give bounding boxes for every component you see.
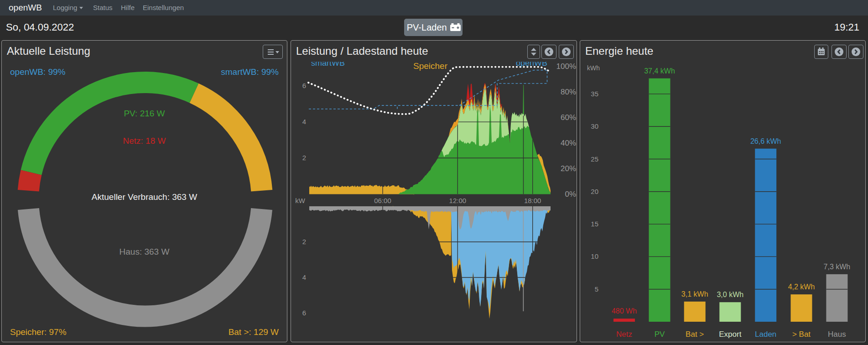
svg-text:6: 6 bbox=[302, 82, 306, 89]
svg-text:80%: 80% bbox=[561, 88, 576, 96]
svg-text:18:00: 18:00 bbox=[524, 197, 541, 204]
svg-text:Laden: Laden bbox=[755, 330, 776, 339]
svg-text:30: 30 bbox=[591, 122, 598, 130]
svg-text:25: 25 bbox=[591, 155, 598, 163]
svg-text:Bat >: Bat > bbox=[686, 330, 704, 339]
svg-text:> Bat: > Bat bbox=[792, 330, 811, 339]
svg-text:openWB: openWB bbox=[516, 58, 547, 68]
svg-text:Speicher: Speicher bbox=[413, 61, 448, 71]
svg-text:12:00: 12:00 bbox=[449, 197, 467, 204]
svg-text:37,4 kWh: 37,4 kWh bbox=[644, 67, 675, 75]
svg-text:20: 20 bbox=[591, 188, 598, 195]
svg-text:kWh: kWh bbox=[587, 64, 600, 72]
svg-text:kW: kW bbox=[295, 197, 306, 204]
svg-text:PV: PV bbox=[655, 330, 665, 339]
svg-text:15: 15 bbox=[591, 220, 598, 228]
svg-text:06:00: 06:00 bbox=[374, 197, 391, 204]
svg-text:2: 2 bbox=[302, 238, 306, 246]
svg-text:40%: 40% bbox=[561, 139, 576, 147]
svg-text:Netz: Netz bbox=[616, 330, 632, 339]
svg-text:26,6 kWh: 26,6 kWh bbox=[750, 137, 781, 145]
svg-text:Export: Export bbox=[719, 330, 741, 339]
svg-text:4,2 kWh: 4,2 kWh bbox=[788, 283, 815, 291]
svg-text:4: 4 bbox=[302, 118, 306, 125]
svg-text:20%: 20% bbox=[561, 164, 576, 173]
svg-text:3,1 kWh: 3,1 kWh bbox=[681, 290, 708, 298]
svg-text:0%: 0% bbox=[565, 190, 576, 199]
svg-text:Haus: Haus bbox=[828, 330, 846, 339]
svg-text:10: 10 bbox=[591, 252, 598, 260]
svg-text:smartWB: smartWB bbox=[311, 58, 345, 68]
svg-text:480 Wh: 480 Wh bbox=[612, 307, 637, 315]
svg-text:35: 35 bbox=[591, 90, 598, 98]
svg-text:7,3 kWh: 7,3 kWh bbox=[824, 263, 851, 271]
svg-text:5: 5 bbox=[595, 285, 598, 293]
svg-text:2: 2 bbox=[302, 154, 306, 162]
svg-text:60%: 60% bbox=[561, 113, 576, 122]
svg-text:4: 4 bbox=[302, 273, 306, 281]
svg-text:6: 6 bbox=[302, 309, 306, 317]
svg-text:100%: 100% bbox=[556, 62, 576, 71]
svg-text:3,0 kWh: 3,0 kWh bbox=[717, 291, 743, 298]
